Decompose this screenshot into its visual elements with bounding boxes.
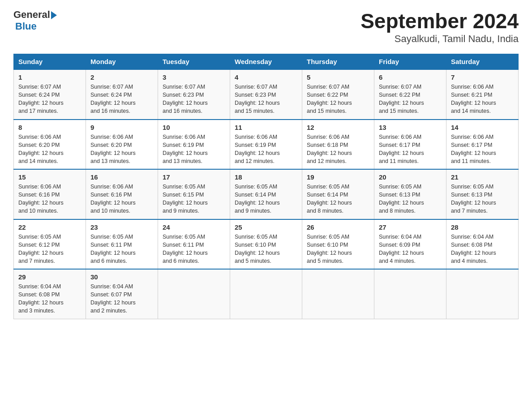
day-info: Sunrise: 6:05 AM Sunset: 6:11 PM Dayligh… xyxy=(90,233,153,265)
day-number: 4 xyxy=(235,73,297,81)
day-info: Sunrise: 6:07 AM Sunset: 6:24 PM Dayligh… xyxy=(90,83,153,116)
calendar-week-row: 29 Sunrise: 6:04 AM Sunset: 6:08 PM Dayl… xyxy=(14,269,519,319)
table-row xyxy=(446,269,519,319)
table-row: 12 Sunrise: 6:06 AM Sunset: 6:18 PM Dayl… xyxy=(302,120,374,170)
day-info: Sunrise: 6:04 AM Sunset: 6:08 PM Dayligh… xyxy=(451,233,514,265)
table-row: 26 Sunrise: 6:05 AM Sunset: 6:10 PM Dayl… xyxy=(302,219,374,270)
day-info: Sunrise: 6:07 AM Sunset: 6:23 PM Dayligh… xyxy=(163,83,225,116)
table-row: 17 Sunrise: 6:05 AM Sunset: 6:15 PM Dayl… xyxy=(158,169,230,219)
day-number: 26 xyxy=(307,223,369,231)
table-row: 10 Sunrise: 6:06 AM Sunset: 6:19 PM Dayl… xyxy=(158,120,230,170)
calendar-header-row: Sunday Monday Tuesday Wednesday Thursday… xyxy=(14,54,519,70)
logo-general: General xyxy=(13,9,50,21)
table-row: 4 Sunrise: 6:07 AM Sunset: 6:23 PM Dayli… xyxy=(230,69,302,120)
day-number: 6 xyxy=(379,73,442,81)
day-number: 28 xyxy=(451,223,514,231)
day-number: 25 xyxy=(235,223,297,231)
logo: General Blue xyxy=(13,9,57,32)
day-info: Sunrise: 6:04 AM Sunset: 6:09 PM Dayligh… xyxy=(379,233,442,265)
header-tuesday: Tuesday xyxy=(158,54,230,70)
day-number: 24 xyxy=(163,223,225,231)
day-number: 14 xyxy=(451,124,514,131)
day-info: Sunrise: 6:06 AM Sunset: 6:17 PM Dayligh… xyxy=(451,133,514,166)
day-info: Sunrise: 6:06 AM Sunset: 6:21 PM Dayligh… xyxy=(451,83,514,116)
day-number: 8 xyxy=(18,124,81,131)
day-info: Sunrise: 6:05 AM Sunset: 6:11 PM Dayligh… xyxy=(163,233,225,265)
header-saturday: Saturday xyxy=(446,54,519,70)
day-info: Sunrise: 6:07 AM Sunset: 6:22 PM Dayligh… xyxy=(379,83,442,116)
table-row xyxy=(374,269,446,319)
calendar-week-row: 15 Sunrise: 6:06 AM Sunset: 6:16 PM Dayl… xyxy=(14,169,519,219)
table-row xyxy=(230,269,302,319)
day-number: 5 xyxy=(307,73,369,81)
table-row: 28 Sunrise: 6:04 AM Sunset: 6:08 PM Dayl… xyxy=(446,219,519,270)
table-row: 9 Sunrise: 6:06 AM Sunset: 6:20 PM Dayli… xyxy=(86,120,158,170)
day-info: Sunrise: 6:05 AM Sunset: 6:14 PM Dayligh… xyxy=(235,183,297,215)
day-number: 27 xyxy=(379,223,442,231)
day-info: Sunrise: 6:05 AM Sunset: 6:14 PM Dayligh… xyxy=(307,183,369,215)
day-number: 1 xyxy=(18,73,81,81)
table-row: 23 Sunrise: 6:05 AM Sunset: 6:11 PM Dayl… xyxy=(86,219,158,270)
table-row: 16 Sunrise: 6:06 AM Sunset: 6:16 PM Dayl… xyxy=(86,169,158,219)
table-row: 19 Sunrise: 6:05 AM Sunset: 6:14 PM Dayl… xyxy=(302,169,374,219)
header-wednesday: Wednesday xyxy=(230,54,302,70)
day-number: 12 xyxy=(307,124,369,131)
day-info: Sunrise: 6:05 AM Sunset: 6:13 PM Dayligh… xyxy=(379,183,442,215)
table-row xyxy=(158,269,230,319)
day-number: 23 xyxy=(90,223,153,231)
page-header: General Blue September 2024 Sayalkudi, T… xyxy=(13,9,519,45)
table-row: 18 Sunrise: 6:05 AM Sunset: 6:14 PM Dayl… xyxy=(230,169,302,219)
table-row: 27 Sunrise: 6:04 AM Sunset: 6:09 PM Dayl… xyxy=(374,219,446,270)
calendar-title: September 2024 xyxy=(360,9,519,33)
day-info: Sunrise: 6:06 AM Sunset: 6:16 PM Dayligh… xyxy=(18,183,81,215)
calendar-table: Sunday Monday Tuesday Wednesday Thursday… xyxy=(13,54,519,319)
day-info: Sunrise: 6:04 AM Sunset: 6:07 PM Dayligh… xyxy=(90,283,153,315)
calendar-subtitle: Sayalkudi, Tamil Nadu, India xyxy=(360,33,519,45)
table-row: 7 Sunrise: 6:06 AM Sunset: 6:21 PM Dayli… xyxy=(446,69,519,120)
table-row: 30 Sunrise: 6:04 AM Sunset: 6:07 PM Dayl… xyxy=(86,269,158,319)
day-info: Sunrise: 6:07 AM Sunset: 6:23 PM Dayligh… xyxy=(235,83,297,116)
day-info: Sunrise: 6:05 AM Sunset: 6:10 PM Dayligh… xyxy=(235,233,297,265)
day-number: 19 xyxy=(307,173,369,181)
day-info: Sunrise: 6:05 AM Sunset: 6:13 PM Dayligh… xyxy=(451,183,514,215)
table-row: 21 Sunrise: 6:05 AM Sunset: 6:13 PM Dayl… xyxy=(446,169,519,219)
day-info: Sunrise: 6:06 AM Sunset: 6:19 PM Dayligh… xyxy=(235,133,297,166)
day-info: Sunrise: 6:05 AM Sunset: 6:10 PM Dayligh… xyxy=(307,233,369,265)
day-info: Sunrise: 6:06 AM Sunset: 6:16 PM Dayligh… xyxy=(90,183,153,215)
table-row: 25 Sunrise: 6:05 AM Sunset: 6:10 PM Dayl… xyxy=(230,219,302,270)
day-number: 7 xyxy=(451,73,514,81)
table-row: 22 Sunrise: 6:05 AM Sunset: 6:12 PM Dayl… xyxy=(14,219,86,270)
day-number: 29 xyxy=(18,273,81,281)
table-row: 24 Sunrise: 6:05 AM Sunset: 6:11 PM Dayl… xyxy=(158,219,230,270)
day-number: 2 xyxy=(90,73,153,81)
day-number: 18 xyxy=(235,173,297,181)
day-number: 10 xyxy=(163,124,225,131)
day-number: 16 xyxy=(90,173,153,181)
logo-blue: Blue xyxy=(15,21,37,32)
day-number: 11 xyxy=(235,124,297,131)
day-info: Sunrise: 6:06 AM Sunset: 6:20 PM Dayligh… xyxy=(90,133,153,166)
day-info: Sunrise: 6:07 AM Sunset: 6:24 PM Dayligh… xyxy=(18,83,81,116)
day-number: 13 xyxy=(379,124,442,131)
day-info: Sunrise: 6:06 AM Sunset: 6:20 PM Dayligh… xyxy=(18,133,81,166)
table-row xyxy=(302,269,374,319)
table-row: 11 Sunrise: 6:06 AM Sunset: 6:19 PM Dayl… xyxy=(230,120,302,170)
table-row: 6 Sunrise: 6:07 AM Sunset: 6:22 PM Dayli… xyxy=(374,69,446,120)
day-number: 21 xyxy=(451,173,514,181)
table-row: 13 Sunrise: 6:06 AM Sunset: 6:17 PM Dayl… xyxy=(374,120,446,170)
day-info: Sunrise: 6:07 AM Sunset: 6:22 PM Dayligh… xyxy=(307,83,369,116)
calendar-week-row: 22 Sunrise: 6:05 AM Sunset: 6:12 PM Dayl… xyxy=(14,219,519,270)
day-info: Sunrise: 6:05 AM Sunset: 6:15 PM Dayligh… xyxy=(163,183,225,215)
table-row: 29 Sunrise: 6:04 AM Sunset: 6:08 PM Dayl… xyxy=(14,269,86,319)
table-row: 14 Sunrise: 6:06 AM Sunset: 6:17 PM Dayl… xyxy=(446,120,519,170)
header-thursday: Thursday xyxy=(302,54,374,70)
day-info: Sunrise: 6:04 AM Sunset: 6:08 PM Dayligh… xyxy=(18,283,81,315)
title-block: September 2024 Sayalkudi, Tamil Nadu, In… xyxy=(360,9,519,45)
day-number: 30 xyxy=(90,273,153,281)
table-row: 20 Sunrise: 6:05 AM Sunset: 6:13 PM Dayl… xyxy=(374,169,446,219)
table-row: 1 Sunrise: 6:07 AM Sunset: 6:24 PM Dayli… xyxy=(14,69,86,120)
header-monday: Monday xyxy=(86,54,158,70)
header-sunday: Sunday xyxy=(14,54,86,70)
day-info: Sunrise: 6:06 AM Sunset: 6:17 PM Dayligh… xyxy=(379,133,442,166)
table-row: 15 Sunrise: 6:06 AM Sunset: 6:16 PM Dayl… xyxy=(14,169,86,219)
